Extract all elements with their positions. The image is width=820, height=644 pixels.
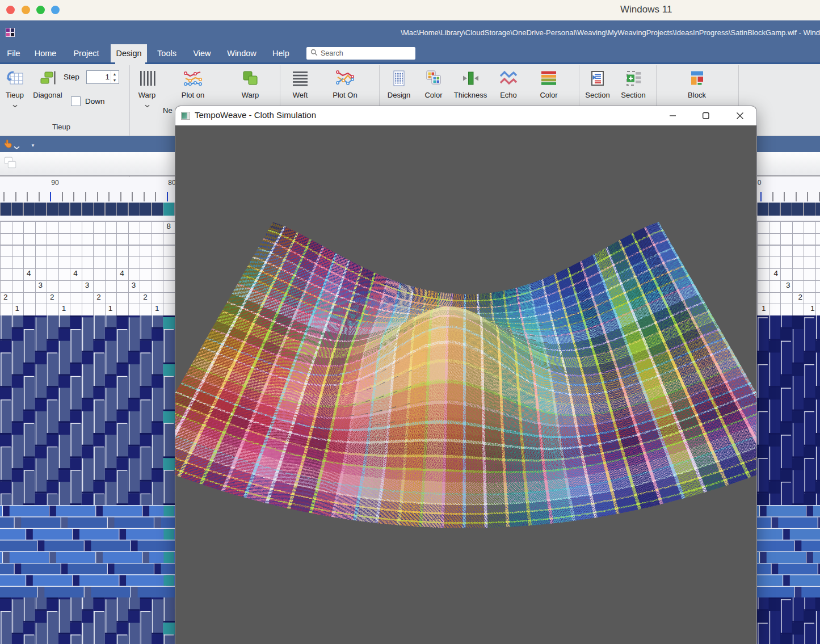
warp-color-cell[interactable] xyxy=(815,203,820,216)
warp-color-cell[interactable] xyxy=(140,203,151,216)
window-title: TempoWeave - Cloth Simulation xyxy=(195,110,316,120)
threading-number: 3 xyxy=(39,281,43,289)
color-bars-button[interactable]: Color xyxy=(525,68,573,99)
traffic-light-extra[interactable] xyxy=(51,6,60,14)
warp-color-cell[interactable] xyxy=(106,203,116,216)
close-button[interactable] xyxy=(727,106,753,125)
hand-tool-icon[interactable] xyxy=(3,138,14,151)
warp-color-cell[interactable] xyxy=(24,203,35,216)
mac-menubar: Windows 11 xyxy=(0,0,820,20)
warp-color-cell[interactable] xyxy=(781,203,792,216)
down-checkbox[interactable] xyxy=(71,96,81,106)
block-label: Block xyxy=(673,91,721,99)
warp-color-cell[interactable] xyxy=(129,203,140,216)
maximize-button[interactable] xyxy=(693,106,719,125)
traffic-light-close[interactable] xyxy=(6,6,15,14)
window-title-bar[interactable]: TempoWeave - Cloth Simulation xyxy=(175,106,756,125)
drawdown-right[interactable] xyxy=(757,315,820,644)
warp-color-cell[interactable] xyxy=(47,203,58,216)
ruler-tick xyxy=(62,192,63,201)
tab-file[interactable]: File xyxy=(1,44,26,62)
down-checkbox-row[interactable]: Down xyxy=(71,96,105,106)
ruler-tick xyxy=(144,192,145,201)
tab-view[interactable]: View xyxy=(187,44,217,62)
warp-threading-button[interactable]: Warp xyxy=(123,68,171,110)
cloth-3d-viewport[interactable] xyxy=(175,125,756,644)
section-add-button[interactable]: Section xyxy=(609,68,657,99)
copy-squares-icon[interactable] xyxy=(3,155,19,173)
tab-design[interactable]: Design xyxy=(111,44,147,62)
step-spinner[interactable]: ▲▼ xyxy=(111,71,118,83)
warp-color-cell[interactable] xyxy=(58,203,69,216)
warp-color-cell[interactable] xyxy=(758,203,768,216)
threading-number: 2 xyxy=(96,293,101,301)
draft-panel-left[interactable]: 9080214321432143218 xyxy=(0,177,175,644)
warp-color-cell[interactable] xyxy=(117,203,128,216)
threading-number: 1 xyxy=(155,304,159,313)
dropdown-arrow-icon[interactable]: ▼ xyxy=(31,143,35,148)
drawdown-left[interactable] xyxy=(0,315,175,644)
diagonal-label: Diagonal xyxy=(24,91,72,99)
document-path: \Mac\Home\Library\CloudStorage\OneDrive-… xyxy=(366,28,820,37)
plot-on-warp-button[interactable]: Plot on xyxy=(169,68,217,99)
warp-color-bar[interactable] xyxy=(0,203,175,216)
warp-color-cell[interactable] xyxy=(769,203,780,216)
search-input[interactable]: Search xyxy=(306,47,415,60)
warp-color-cell[interactable] xyxy=(163,203,174,216)
block-button[interactable]: Block xyxy=(673,68,721,99)
warp-green-icon xyxy=(226,68,274,89)
step-value: 1 xyxy=(105,73,110,81)
ruler-tick xyxy=(760,192,762,201)
screen: Windows 11 \Mac\Home\Library\CloudStorag… xyxy=(0,0,820,644)
search-placeholder: Search xyxy=(321,49,343,57)
threading-grid-left[interactable] xyxy=(0,221,175,315)
threading-number: 2 xyxy=(798,293,803,301)
step-input[interactable]: 1 ▲▼ xyxy=(86,70,119,84)
ribbon-accent-line xyxy=(0,62,115,64)
warp-color-cell[interactable] xyxy=(12,203,23,216)
plot-on-weft-button[interactable]: Plot On xyxy=(321,68,369,99)
weft-button[interactable]: Weft xyxy=(276,68,324,99)
warp-color-cell[interactable] xyxy=(152,203,163,216)
ruler-label: 0 xyxy=(758,179,762,187)
tab-project[interactable]: Project xyxy=(65,44,108,62)
ruler-tick xyxy=(50,192,51,201)
warp-color-cell[interactable] xyxy=(792,203,803,216)
threading-number: 3 xyxy=(132,281,136,289)
weft-lines-icon xyxy=(276,68,324,89)
warp-color-cell[interactable] xyxy=(70,203,81,216)
app-title-bar[interactable]: \Mac\Home\Library\CloudStorage\OneDrive-… xyxy=(0,20,820,44)
tab-help[interactable]: Help xyxy=(266,44,296,62)
ruler-tick xyxy=(97,192,98,201)
weft-label: Weft xyxy=(276,91,324,99)
app-icon xyxy=(6,28,15,39)
warp-lines-icon xyxy=(123,68,171,89)
warp-color-bar[interactable] xyxy=(757,203,820,216)
traffic-light-minimize[interactable] xyxy=(22,6,30,14)
tab-window[interactable]: Window xyxy=(220,44,263,62)
tab-home[interactable]: Home xyxy=(29,44,62,62)
diagonal-button[interactable]: Diagonal xyxy=(24,68,72,99)
ruler-tick xyxy=(15,192,16,201)
warp-blocks-button[interactable]: Warp xyxy=(226,68,274,99)
ruler-tick xyxy=(73,192,74,201)
minimize-button[interactable] xyxy=(660,106,686,125)
chevron-down-icon xyxy=(123,100,171,110)
ruler-tick xyxy=(796,192,797,201)
warp-color-cell[interactable] xyxy=(804,203,815,216)
threading-number: 2 xyxy=(143,293,148,301)
warp-color-cell[interactable] xyxy=(1,203,11,216)
threading-number: 1 xyxy=(810,304,815,313)
chevron-down-icon[interactable] xyxy=(14,142,20,152)
tab-tools[interactable]: Tools xyxy=(150,44,184,62)
diagonal-icon xyxy=(24,68,72,89)
traffic-light-zoom[interactable] xyxy=(36,6,45,14)
threading-number: 2 xyxy=(50,293,54,301)
threading-number: 4 xyxy=(120,269,124,277)
warp-color-cell[interactable] xyxy=(94,203,104,216)
warp-color-cell[interactable] xyxy=(82,203,93,216)
threading-grid-right[interactable] xyxy=(757,221,820,315)
threading-number: 4 xyxy=(27,269,31,277)
warp-color-cell[interactable] xyxy=(35,203,46,216)
draft-panel-right[interactable]: 014321 xyxy=(757,177,820,644)
